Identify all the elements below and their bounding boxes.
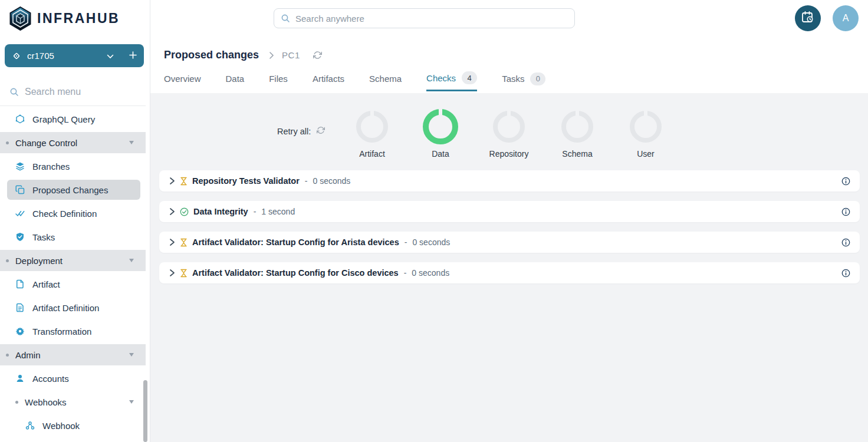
- brand-logo[interactable]: INFRAHUB: [0, 0, 150, 37]
- chevron-down-icon[interactable]: [107, 51, 114, 61]
- add-branch-button[interactable]: [129, 51, 137, 61]
- tab-tasks[interactable]: Tasks 0: [502, 66, 545, 91]
- tab-schema[interactable]: Schema: [369, 66, 402, 91]
- separator: -: [305, 176, 308, 186]
- sidebar-item-webhook[interactable]: Webhook: [0, 414, 146, 437]
- search-icon: [281, 14, 290, 23]
- sidebar-scrollbar[interactable]: [143, 380, 147, 442]
- collapse-triangle-icon: [129, 400, 134, 404]
- branch-icon: [12, 51, 21, 61]
- expand-chevron-icon[interactable]: [169, 177, 176, 185]
- validator-title: Data Integrity: [193, 207, 248, 216]
- check-ring-data[interactable]: Data: [406, 108, 475, 159]
- progress-ring-icon: [561, 111, 593, 143]
- page-title: Proposed changes: [164, 49, 259, 61]
- tab-label: Schema: [369, 74, 402, 84]
- validator-title: Repository Tests Validator: [192, 176, 300, 186]
- hourglass-icon: [180, 238, 188, 247]
- info-icon[interactable]: [841, 238, 850, 247]
- sidebar-item-label: GraphQL Query: [32, 114, 95, 124]
- sidebar-item-artifact-definition[interactable]: Artifact Definition: [0, 296, 146, 319]
- breadcrumb-item[interactable]: PC1: [282, 50, 300, 60]
- brand-name: INFRAHUB: [37, 11, 120, 27]
- hourglass-icon: [180, 269, 188, 278]
- tab-files[interactable]: Files: [269, 66, 288, 91]
- ring-label: Schema: [562, 149, 592, 159]
- expand-chevron-icon[interactable]: [169, 238, 176, 246]
- sidebar-search-input[interactable]: [25, 87, 125, 97]
- tab-badge: 4: [462, 71, 477, 84]
- sidebar-nav: GraphQL Query Change Control Branches: [0, 107, 146, 437]
- expand-chevron-icon[interactable]: [169, 269, 176, 277]
- ring-label: Data: [432, 149, 449, 159]
- sidebar-item-tasks[interactable]: Tasks: [0, 225, 146, 249]
- collapse-triangle-icon: [129, 353, 134, 357]
- tab-label: Artifacts: [313, 74, 344, 84]
- refresh-icon[interactable]: [313, 51, 322, 60]
- tab-label: Files: [269, 74, 288, 84]
- info-icon[interactable]: [841, 207, 850, 216]
- sidebar-item-label: Webhook: [42, 421, 80, 431]
- check-ring-schema[interactable]: Schema: [543, 108, 611, 159]
- tab-data[interactable]: Data: [226, 66, 245, 91]
- avatar[interactable]: A: [833, 5, 859, 31]
- section-bullet-icon: [6, 354, 9, 357]
- tab-label: Tasks: [502, 74, 524, 84]
- sidebar-item-check-definition[interactable]: Check Definition: [0, 202, 146, 225]
- retry-all-refresh-icon[interactable]: [317, 126, 325, 137]
- sidebar-item-branches[interactable]: Branches: [0, 154, 146, 178]
- sidebar-item-proposed-changes[interactable]: Proposed Changes: [0, 178, 146, 202]
- check-ring-artifact[interactable]: Artifact: [338, 108, 406, 159]
- tab-badge: 0: [530, 72, 545, 85]
- section-bullet-icon: [15, 401, 18, 404]
- validator-row[interactable]: Artifact Validator: Startup Config for A…: [159, 232, 860, 253]
- sidebar-item-label: Artifact Definition: [32, 303, 99, 313]
- schedule-button[interactable]: [795, 5, 821, 31]
- section-label: Change Control: [15, 138, 77, 148]
- transformation-icon: [15, 326, 25, 336]
- app-window: INFRAHUB cr1705: [0, 0, 868, 442]
- sidebar-item-transformation[interactable]: Transformation: [0, 319, 146, 343]
- separator: -: [254, 207, 257, 216]
- info-icon[interactable]: [841, 269, 850, 278]
- validator-duration: 0 seconds: [412, 268, 449, 278]
- sidebar-item-accounts[interactable]: Accounts: [0, 367, 146, 390]
- sidebar-section-deployment[interactable]: Deployment: [0, 250, 146, 271]
- sidebar-section-admin[interactable]: Admin: [0, 344, 146, 365]
- validator-title: Artifact Validator: Startup Config for C…: [192, 268, 399, 278]
- main-area: A Proposed changes PC1 Overview Data Fil…: [150, 0, 868, 442]
- tab-overview[interactable]: Overview: [164, 66, 201, 91]
- validator-row[interactable]: Repository Tests Validator - 0 seconds: [159, 170, 860, 192]
- avatar-initial: A: [843, 13, 849, 24]
- search-icon: [9, 87, 19, 97]
- checks-panel: Retry all: Artifact Data Repository Sche…: [150, 93, 868, 442]
- sidebar-item-label: Transformation: [32, 326, 91, 337]
- expand-chevron-icon[interactable]: [169, 207, 176, 216]
- check-circle-icon: [180, 207, 189, 216]
- infrahub-logo-icon: [9, 6, 31, 31]
- sidebar-section-change-control[interactable]: Change Control: [0, 132, 146, 153]
- sidebar-section-webhooks[interactable]: Webhooks: [0, 390, 146, 414]
- branch-selector[interactable]: cr1705: [5, 44, 144, 67]
- hourglass-icon: [180, 177, 188, 186]
- tab-checks[interactable]: Checks 4: [426, 66, 477, 91]
- check-ring-repository[interactable]: Repository: [475, 108, 543, 159]
- check-definition-icon: [15, 209, 25, 218]
- tab-artifacts[interactable]: Artifacts: [313, 66, 344, 91]
- tab-label: Checks: [426, 73, 456, 83]
- validator-row[interactable]: Data Integrity - 1 second: [159, 201, 860, 222]
- global-search-input[interactable]: [295, 14, 555, 24]
- info-icon[interactable]: [841, 177, 850, 186]
- sidebar-item-graphql-query[interactable]: GraphQL Query: [0, 107, 146, 131]
- check-ring-user[interactable]: User: [611, 108, 680, 159]
- ring-label: Repository: [489, 149, 529, 159]
- branches-icon: [15, 161, 25, 171]
- retry-all-label: Retry all:: [277, 127, 311, 136]
- validator-row[interactable]: Artifact Validator: Startup Config for C…: [159, 262, 860, 283]
- collapse-triangle-icon: [129, 141, 134, 144]
- sidebar-item-label: Accounts: [32, 374, 69, 384]
- sidebar-item-artifact[interactable]: Artifact: [0, 272, 146, 296]
- section-label: Admin: [15, 350, 41, 360]
- graphql-icon: [15, 114, 25, 124]
- separator: -: [405, 238, 407, 247]
